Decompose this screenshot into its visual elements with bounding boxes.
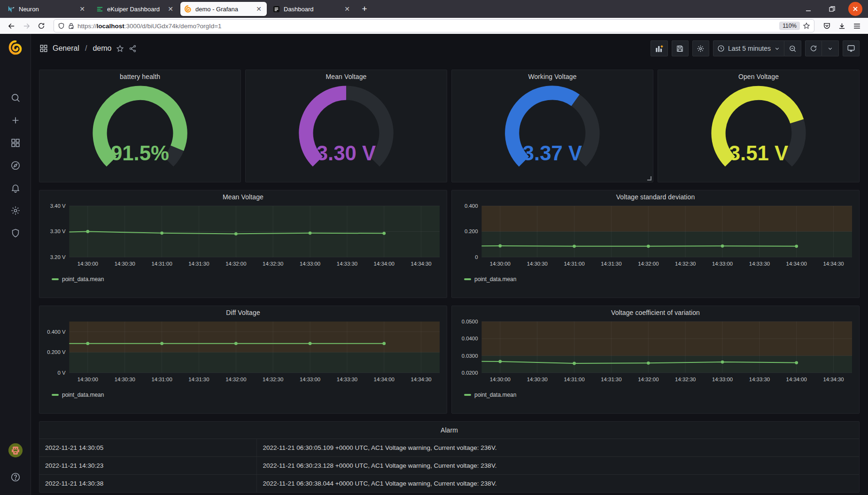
legend[interactable]: point_data.mean — [39, 274, 447, 283]
svg-text:14:31:00: 14:31:00 — [152, 377, 172, 382]
refresh-button[interactable] — [805, 40, 822, 56]
time-series-plot[interactable]: 0.4000.200014:30:0014:30:3014:31:0014:31… — [456, 204, 855, 272]
tab-title: eKuiper Dashboard — [107, 6, 166, 13]
breadcrumb: General / demo — [39, 44, 137, 53]
grafana-logo-icon[interactable] — [8, 40, 23, 55]
tab-close-icon[interactable]: ✕ — [343, 5, 351, 13]
svg-text:14:31:00: 14:31:00 — [564, 377, 585, 382]
chevron-down-icon — [827, 46, 833, 52]
favorite-star-icon[interactable] — [116, 45, 124, 53]
legend[interactable]: point_data.mean — [452, 274, 859, 283]
browser-tab[interactable]: Neuron✕ — [4, 2, 90, 16]
svg-text:0.400: 0.400 — [465, 204, 478, 209]
dashboard-header: General / demo — [31, 34, 868, 63]
url-bar[interactable]: https://localhost:3000/d/biUGdx74k/demo?… — [54, 19, 814, 32]
grafana-app: General / demo — [0, 34, 868, 495]
add-panel-button[interactable] — [651, 40, 668, 56]
tab-close-icon[interactable]: ✕ — [78, 5, 86, 13]
alerting-bell-icon[interactable] — [4, 177, 27, 199]
svg-text:14:32:30: 14:32:30 — [675, 377, 696, 382]
back-button[interactable] — [5, 20, 18, 32]
svg-text:14:33:00: 14:33:00 — [712, 377, 733, 382]
svg-text:14:30:00: 14:30:00 — [78, 261, 98, 267]
tab-close-icon[interactable]: ✕ — [255, 5, 263, 13]
legend-swatch — [464, 394, 471, 396]
dashboards-icon[interactable] — [4, 132, 27, 154]
url-text: https://localhost:3000/d/biUGdx74k/demo?… — [78, 23, 776, 30]
svg-text:0: 0 — [475, 254, 478, 260]
svg-text:14:32:00: 14:32:00 — [225, 377, 246, 382]
breadcrumb-dashboard-name[interactable]: demo — [93, 44, 111, 53]
svg-text:14:34:30: 14:34:30 — [823, 377, 844, 382]
browser-tab[interactable]: Dashboard✕ — [269, 2, 355, 16]
forward-button[interactable] — [20, 20, 33, 32]
explore-compass-icon[interactable] — [4, 154, 27, 177]
downloads-icon[interactable] — [835, 20, 848, 32]
search-icon[interactable] — [4, 86, 27, 109]
connection-lock-icon[interactable] — [68, 23, 75, 30]
reload-button[interactable] — [35, 20, 48, 32]
svg-text:14:33:30: 14:33:30 — [749, 261, 770, 267]
browser-tab[interactable]: eKuiper Dashboard✕ — [92, 2, 178, 16]
refresh-interval-dropdown[interactable] — [822, 40, 839, 56]
panel-title: Mean Voltage — [39, 190, 447, 204]
settings-gear-icon[interactable] — [4, 199, 27, 222]
tv-mode-button[interactable] — [843, 40, 860, 56]
svg-text:0.0500: 0.0500 — [462, 319, 478, 324]
svg-text:14:31:30: 14:31:30 — [601, 377, 621, 382]
dashboard-toolbar: Last 5 minutes — [651, 40, 860, 56]
svg-text:14:31:00: 14:31:00 — [564, 261, 585, 267]
window-restore-button[interactable] — [825, 2, 839, 16]
menu-hamburger-icon[interactable] — [850, 20, 863, 32]
svg-text:14:31:30: 14:31:30 — [601, 261, 621, 267]
neuron-favicon — [8, 5, 15, 13]
window-minimize-button[interactable] — [801, 2, 815, 16]
tab-close-icon[interactable]: ✕ — [166, 5, 175, 13]
share-icon[interactable] — [129, 45, 137, 53]
tab-title: demo - Grafana — [195, 6, 255, 13]
tab-title: Neuron — [19, 6, 78, 13]
breadcrumb-separator: / — [84, 44, 88, 53]
svg-text:0.0200: 0.0200 — [462, 370, 478, 376]
refresh-group — [805, 40, 839, 56]
svg-text:14:34:30: 14:34:30 — [411, 377, 431, 382]
svg-text:14:34:00: 14:34:00 — [786, 377, 807, 382]
tracking-protection-shield-icon[interactable] — [58, 22, 65, 30]
user-avatar[interactable] — [8, 443, 23, 457]
page-zoom-level[interactable]: 110% — [779, 22, 800, 30]
legend[interactable]: point_data.mean — [452, 390, 859, 398]
grafana-main: General / demo — [31, 34, 868, 495]
pocket-icon[interactable] — [820, 20, 833, 32]
time-series-plot[interactable]: 0.400 V0.200 V0 V14:30:0014:30:3014:31:0… — [43, 319, 443, 388]
help-icon[interactable] — [4, 466, 27, 488]
browser-tab[interactable]: demo - Grafana✕ — [180, 2, 267, 16]
ekuiper-favicon — [96, 5, 103, 13]
time-range-picker[interactable]: Last 5 minutes — [713, 40, 784, 56]
legend[interactable]: point_data.mean — [39, 390, 447, 398]
time-series-plot[interactable]: 0.05000.04000.03000.020014:30:0014:30:30… — [456, 319, 855, 388]
svg-text:14:31:30: 14:31:30 — [188, 261, 209, 267]
svg-text:14:33:30: 14:33:30 — [337, 377, 357, 382]
server-admin-shield-icon[interactable] — [4, 222, 27, 244]
save-dashboard-button[interactable] — [672, 40, 689, 56]
svg-text:14:33:00: 14:33:00 — [300, 377, 320, 382]
new-tab-button[interactable]: + — [358, 2, 371, 16]
bookmark-star-icon[interactable] — [803, 22, 810, 30]
svg-text:14:34:00: 14:34:00 — [374, 261, 395, 267]
dashboard-settings-button[interactable] — [692, 40, 709, 56]
svg-text:14:30:00: 14:30:00 — [490, 377, 511, 382]
gauges-row: battery health91.5%Mean Voltage3.30 VWor… — [39, 70, 860, 182]
dashboards-grid-icon[interactable] — [39, 44, 48, 53]
time-series-plot[interactable]: 3.40 V3.30 V3.20 V14:30:0014:30:3014:31:… — [43, 204, 443, 272]
screen: Neuron✕eKuiper Dashboard✕demo - Grafana✕… — [0, 0, 868, 495]
url-host: localhost — [97, 23, 124, 30]
url-scheme: https:// — [78, 23, 97, 30]
svg-text:14:32:00: 14:32:00 — [638, 261, 659, 267]
plus-icon[interactable] — [4, 109, 27, 132]
window-close-button[interactable] — [848, 2, 862, 16]
breadcrumb-folder[interactable]: General — [53, 44, 79, 53]
panel-title: Voltage standard deviation — [452, 190, 859, 204]
svg-text:14:33:00: 14:33:00 — [300, 261, 320, 267]
panel-title: Voltage coefficient of variation — [452, 306, 859, 319]
zoom-out-time-button[interactable] — [784, 40, 801, 56]
